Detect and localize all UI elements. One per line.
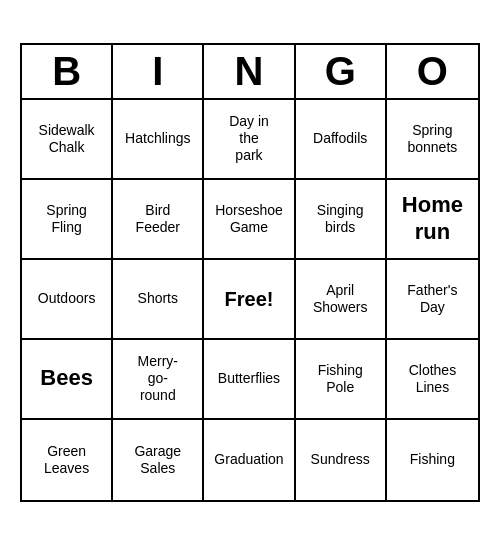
bingo-cell: Daffodils [296, 100, 387, 180]
bingo-cell: Free! [204, 260, 295, 340]
bingo-grid: SidewalkChalkHatchlingsDay intheparkDaff… [22, 100, 478, 500]
bingo-cell: Butterflies [204, 340, 295, 420]
bingo-cell: Homerun [387, 180, 478, 260]
bingo-cell: GarageSales [113, 420, 204, 500]
bingo-cell: Bees [22, 340, 113, 420]
bingo-card: BINGO SidewalkChalkHatchlingsDay inthepa… [20, 43, 480, 502]
bingo-cell: Singingbirds [296, 180, 387, 260]
bingo-cell: Merry-go-round [113, 340, 204, 420]
bingo-cell: HorseshoeGame [204, 180, 295, 260]
bingo-letter: O [387, 45, 478, 98]
bingo-cell: Springbonnets [387, 100, 478, 180]
bingo-cell: SpringFling [22, 180, 113, 260]
bingo-cell: Hatchlings [113, 100, 204, 180]
bingo-cell: BirdFeeder [113, 180, 204, 260]
bingo-cell: Day inthepark [204, 100, 295, 180]
bingo-cell: Fishing [387, 420, 478, 500]
bingo-cell: Shorts [113, 260, 204, 340]
bingo-cell: AprilShowers [296, 260, 387, 340]
bingo-cell: SidewalkChalk [22, 100, 113, 180]
bingo-letter: B [22, 45, 113, 98]
bingo-cell: Father'sDay [387, 260, 478, 340]
bingo-letter: G [296, 45, 387, 98]
bingo-cell: FishingPole [296, 340, 387, 420]
bingo-letter: I [113, 45, 204, 98]
bingo-cell: Outdoors [22, 260, 113, 340]
bingo-cell: ClothesLines [387, 340, 478, 420]
bingo-cell: GreenLeaves [22, 420, 113, 500]
bingo-letter: N [204, 45, 295, 98]
bingo-header: BINGO [22, 45, 478, 100]
bingo-cell: Sundress [296, 420, 387, 500]
bingo-cell: Graduation [204, 420, 295, 500]
